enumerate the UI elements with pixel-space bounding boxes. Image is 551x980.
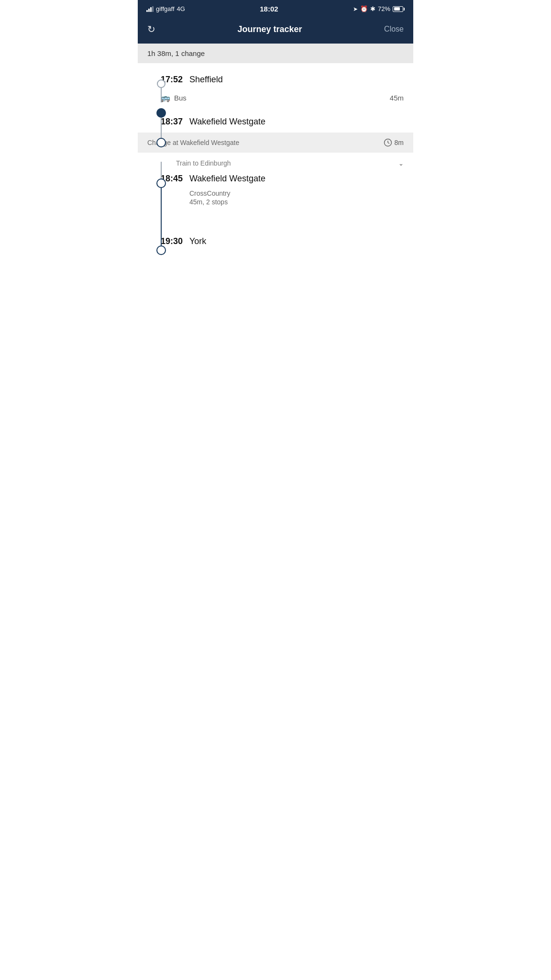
operator-name: CrossCountry bbox=[189, 189, 404, 197]
battery-percent: 72% bbox=[378, 5, 390, 12]
sheffield-node bbox=[157, 79, 165, 88]
wakefield-arrival-node bbox=[156, 138, 166, 147]
train-to-label: Train to Edinburgh bbox=[176, 159, 231, 167]
york-time: 19:30 bbox=[161, 236, 183, 246]
bus-label: Bus bbox=[174, 94, 187, 102]
status-right: ➤ ⏰ ✱ 72% bbox=[353, 5, 405, 12]
sheffield-station: Sheffield bbox=[189, 75, 223, 85]
current-position-node bbox=[156, 108, 166, 118]
wakefield-departure-row: 18:45 Wakefield Westgate bbox=[147, 170, 404, 188]
train-to-row[interactable]: Train to Edinburgh ⌄ bbox=[138, 155, 413, 170]
change-duration: 8m bbox=[384, 138, 404, 147]
wakefield-arrival-row: 18:37 Wakefield Westgate bbox=[147, 113, 404, 131]
alarm-icon: ⏰ bbox=[360, 5, 368, 12]
bus-transport-row: 🚌 Bus 45m bbox=[147, 89, 404, 106]
change-banner: Change at Wakefield Westgate 8m bbox=[138, 133, 413, 153]
location-icon: ➤ bbox=[353, 6, 358, 12]
york-arrival-row: 19:30 York bbox=[147, 233, 404, 250]
clock-icon bbox=[384, 138, 392, 147]
page-title: Journey tracker bbox=[238, 24, 302, 34]
status-left: giffgaff 4G bbox=[146, 5, 185, 12]
sheffield-departure-row: 17:52 Sheffield bbox=[147, 71, 404, 89]
bus-icon: 🚌 bbox=[161, 93, 170, 102]
wakefield-departure-station: Wakefield Westgate bbox=[189, 174, 265, 184]
york-node bbox=[156, 245, 166, 255]
wakefield-departure-node bbox=[156, 178, 166, 188]
battery-icon bbox=[393, 6, 405, 12]
york-station: York bbox=[189, 236, 206, 246]
carrier-label: giffgaff bbox=[156, 5, 175, 12]
chevron-down-icon: ⌄ bbox=[398, 160, 404, 167]
signal-bars bbox=[146, 6, 154, 12]
svg-line-2 bbox=[388, 143, 389, 144]
journey-summary: 1h 38m, 1 change bbox=[138, 44, 413, 63]
status-bar: giffgaff 4G 18:02 ➤ ⏰ ✱ 72% bbox=[138, 0, 413, 17]
summary-text: 1h 38m, 1 change bbox=[147, 49, 205, 57]
wakefield-arrival-time: 18:37 bbox=[161, 117, 183, 126]
clock: 18:02 bbox=[260, 5, 278, 13]
bluetooth-icon: ✱ bbox=[370, 5, 375, 12]
operator-stops-row: CrossCountry 45m, 2 stops bbox=[147, 188, 404, 209]
network-label: 4G bbox=[177, 5, 185, 12]
close-button[interactable]: Close bbox=[384, 25, 404, 33]
journey-content: 17:52 Sheffield 🚌 Bus 45m 18:37 Wakefiel… bbox=[138, 63, 413, 262]
change-wait: 8m bbox=[395, 139, 404, 146]
wakefield-arrival-station: Wakefield Westgate bbox=[189, 117, 265, 127]
refresh-button[interactable]: ↻ bbox=[147, 23, 155, 35]
line-leg2 bbox=[161, 183, 162, 245]
stops-info: 45m, 2 stops bbox=[189, 198, 404, 206]
app-header: ↻ Journey tracker Close bbox=[138, 17, 413, 44]
leg1-duration: 45m bbox=[390, 94, 404, 102]
